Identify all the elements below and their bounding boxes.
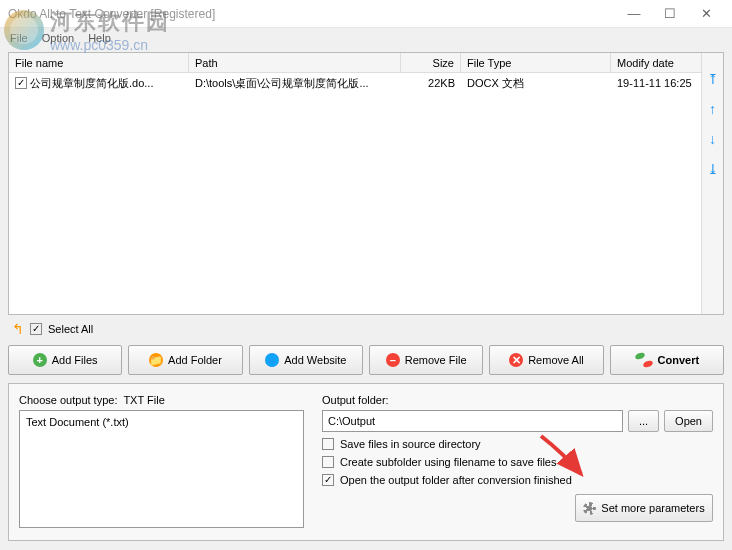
choose-output-label: Choose output type: (19, 394, 117, 406)
col-path[interactable]: Path (189, 53, 401, 72)
open-after-checkbox[interactable] (322, 474, 334, 486)
set-more-parameters-button[interactable]: Set more parameters (575, 494, 713, 522)
output-settings-panel: Choose output type: TXT File Text Docume… (8, 383, 724, 541)
menu-help[interactable]: Help (88, 32, 111, 44)
browse-button[interactable]: ... (628, 410, 659, 432)
list-item[interactable]: Text Document (*.txt) (24, 415, 299, 429)
maximize-button[interactable]: ☐ (652, 0, 688, 28)
add-files-button[interactable]: +Add Files (8, 345, 122, 375)
minus-icon: – (386, 353, 400, 367)
save-in-source-label: Save files in source directory (340, 438, 481, 450)
move-bottom-icon[interactable]: ⤓ (705, 161, 721, 177)
close-button[interactable]: ✕ (688, 0, 724, 28)
select-all-checkbox[interactable] (30, 323, 42, 335)
file-list-panel: File name Path Size File Type Modify dat… (8, 52, 724, 315)
row-checkbox[interactable] (15, 77, 27, 89)
table-header: File name Path Size File Type Modify dat… (9, 53, 701, 73)
open-folder-button[interactable]: Open (664, 410, 713, 432)
remove-file-button[interactable]: –Remove File (369, 345, 483, 375)
menubar: File Option Help (0, 28, 732, 48)
open-after-label: Open the output folder after conversion … (340, 474, 572, 486)
col-modifydate[interactable]: Modify date (611, 53, 701, 72)
save-in-source-checkbox[interactable] (322, 438, 334, 450)
cell-date: 19-11-11 16:25 (611, 75, 701, 91)
menu-file[interactable]: File (10, 32, 28, 44)
plus-icon: + (33, 353, 47, 367)
col-filetype[interactable]: File Type (461, 53, 611, 72)
convert-icon (635, 353, 653, 367)
globe-icon: 🌐 (265, 353, 279, 367)
choose-output-type: TXT File (123, 394, 164, 406)
move-top-icon[interactable]: ⤒ (705, 71, 721, 87)
add-website-button[interactable]: 🌐Add Website (249, 345, 363, 375)
select-all-label: Select All (48, 323, 93, 335)
window-title: Okdo All to Text Converter [Registered] (8, 7, 616, 21)
add-folder-button[interactable]: 📁Add Folder (128, 345, 242, 375)
up-arrow-icon: ↰ (12, 321, 24, 337)
titlebar: Okdo All to Text Converter [Registered] … (0, 0, 732, 28)
reorder-toolbar: ⤒ ↑ ↓ ⤓ (701, 53, 723, 314)
output-type-listbox[interactable]: Text Document (*.txt) (19, 410, 304, 528)
folder-icon: 📁 (149, 353, 163, 367)
gear-icon (583, 502, 596, 515)
remove-all-button[interactable]: ✕Remove All (489, 345, 603, 375)
x-icon: ✕ (509, 353, 523, 367)
col-size[interactable]: Size (401, 53, 461, 72)
cell-filename: 公司规章制度简化版.do... (30, 76, 153, 91)
create-subfolder-label: Create subfolder using filename to save … (340, 456, 556, 468)
cell-size: 22KB (401, 75, 461, 91)
convert-button[interactable]: Convert (610, 345, 724, 375)
minimize-button[interactable]: — (616, 0, 652, 28)
move-down-icon[interactable]: ↓ (705, 131, 721, 147)
table-row[interactable]: 公司规章制度简化版.do... D:\tools\桌面\公司规章制度简化版...… (9, 73, 701, 93)
output-folder-input[interactable] (322, 410, 623, 432)
cell-type: DOCX 文档 (461, 74, 611, 93)
create-subfolder-checkbox[interactable] (322, 456, 334, 468)
output-folder-label: Output folder: (322, 394, 713, 406)
menu-option[interactable]: Option (42, 32, 74, 44)
cell-path: D:\tools\桌面\公司规章制度简化版... (189, 74, 401, 93)
move-up-icon[interactable]: ↑ (705, 101, 721, 117)
col-filename[interactable]: File name (9, 53, 189, 72)
